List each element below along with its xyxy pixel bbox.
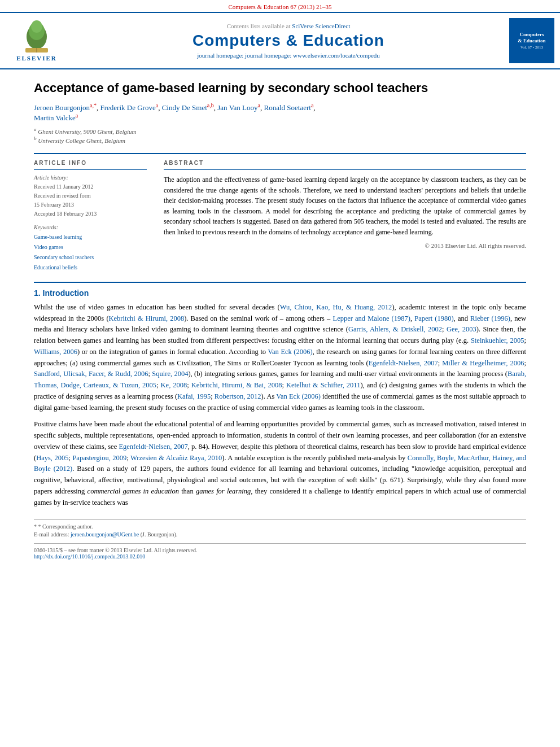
copyright-notice: © 2013 Elsevier Ltd. All rights reserved… (164, 242, 526, 249)
ref-lepper1987[interactable]: Lepper and Malone (1987) (333, 314, 410, 322)
author-desmet: Cindy De Smet (162, 103, 207, 112)
ref-robertson2012[interactable]: Robertson, 2012 (215, 392, 261, 400)
ref-vaneck2006a[interactable]: Van Eck (2006) (268, 348, 312, 356)
ref-rieber1996[interactable]: Rieber (1996) (470, 314, 510, 322)
introduction-section: 1. Introduction Whilst the use of video … (34, 289, 526, 509)
abstract-heading-divider (164, 169, 526, 170)
abstract-body: The adoption and the effectiveness of ga… (164, 174, 526, 238)
cover-image-section: Computers& Education Vol. 67 • 2013 (504, 18, 560, 63)
keywords-label: Keywords: (34, 224, 147, 230)
intro-paragraph-1: Whilst the use of video games in educati… (34, 302, 526, 414)
author-bourgonjon: Jeroen Bourgonjon (34, 103, 90, 112)
abstract-heading: ABSTRACT (164, 160, 526, 166)
ref-ketelhut2011[interactable]: Ketelhut & Schifter, 2011 (286, 381, 360, 389)
journal-header: ELSEVIER Contents lists available at Sci… (0, 12, 560, 69)
ref-wrzesien2010[interactable]: Wrzesien & Alcañiz Raya, 2010 (130, 454, 222, 462)
intro-paragraph-2: Positive claims have been made about the… (34, 419, 526, 508)
ref-kebritchi2008[interactable]: Kebritchi & Hirumi, 2008 (109, 314, 185, 322)
keyword-4: Educational beliefs (34, 263, 147, 273)
article-dates: Received 11 January 2012 Received in rev… (34, 182, 147, 219)
article-info-heading: ARTICLE INFO (34, 160, 147, 166)
affil-ab: a,b (207, 102, 214, 108)
sciverse-prefix: Contents lists available at (227, 23, 291, 29)
affil-b-text: University College Ghent, Belgium (38, 137, 125, 144)
revised-date: 15 February 2013 (34, 200, 147, 209)
issn-line: 0360-1315/$ – see front matter © 2013 El… (34, 547, 526, 553)
keyword-2: Video games (34, 242, 147, 252)
journal-cover-image: Computers& Education Vol. 67 • 2013 (509, 18, 554, 63)
corresponding-author-text: * Corresponding author. (38, 523, 93, 530)
email-suffix: (J. Bourgonjon). (141, 531, 178, 538)
journal-homepage-url: journal homepage: journal homepage: www.… (79, 52, 498, 59)
info-abstract-columns: ARTICLE INFO Article history: Received 1… (34, 160, 526, 273)
ref-garris2002[interactable]: Garris, Ahlers, & Driskell, 2002 (348, 325, 442, 333)
keywords-list: Game-based learning Video games Secondar… (34, 232, 147, 273)
ref-kebritchi2008b[interactable]: Kebritchi, Hirumi, & Bai, 2008 (191, 381, 282, 389)
star-symbol: * (34, 523, 37, 530)
author-soetaert: Ronald Soetaert (264, 103, 311, 112)
header-divider (34, 153, 526, 154)
elsevier-logo-section: ELSEVIER (0, 18, 73, 64)
article-info-column: ARTICLE INFO Article history: Received 1… (34, 160, 147, 273)
bottom-footer: 0360-1315/$ – see front matter © 2013 El… (34, 543, 526, 560)
sciverse-availability: Contents lists available at SciVerse Sci… (79, 23, 498, 29)
email-label-text: E-mail address: (34, 531, 69, 538)
article-title: Acceptance of game-based learning by sec… (34, 81, 526, 95)
ref-steinkuehler2005[interactable]: Steinkuehler, 2005 (471, 337, 524, 344)
ref-williams2006[interactable]: Williams, 2006 (34, 348, 77, 356)
ref-wu2012[interactable]: Wu, Chiou, Kao, Hu, & Huang, 2012 (280, 303, 392, 311)
cover-details: Vol. 67 • 2013 (520, 45, 543, 50)
affil-a3: a (311, 102, 313, 108)
ref-papert1980[interactable]: Papert (1980) (414, 314, 453, 322)
journal-reference-bar: Computers & Education 67 (2013) 21–35 (0, 0, 560, 12)
affil-a-star: a,* (90, 102, 97, 108)
affiliation-b: b University College Ghent, Belgium (34, 136, 526, 144)
email-footnote: E-mail address: jeroen.bourgonjon@UGent.… (34, 531, 526, 538)
author-degrove: Frederik De Grove (100, 103, 156, 112)
introduction-heading: 1. Introduction (34, 289, 526, 298)
authors-line: Jeroen Bourgonjona,*, Frederik De Grovea… (34, 102, 526, 123)
elsevier-wordmark: ELSEVIER (16, 55, 57, 62)
affil-a1: a (156, 102, 158, 108)
ref-kafai1995[interactable]: Kafai, 1995 (177, 392, 211, 400)
ref-miller2006[interactable]: Miller & Hegelheimer, 2006 (442, 359, 524, 367)
ref-gee2003[interactable]: Gee, 2003 (447, 325, 476, 333)
revised-label: Received in revised form (34, 191, 147, 200)
affil-a4: a (76, 112, 78, 119)
author-vanlooy: Jan Van Looy (217, 103, 257, 112)
author-valcke: Martin Valcke (34, 114, 76, 123)
affil-a2: a (258, 102, 260, 108)
doi-link[interactable]: http://dx.doi.org/10.1016/j.compedu.2013… (34, 553, 526, 560)
ref-egenfeldt2007b[interactable]: Egenfeldt-Nielsen, 2007 (119, 443, 187, 451)
elsevier-tree-icon (17, 20, 56, 54)
abstract-column: ABSTRACT The adoption and the effectiven… (164, 160, 526, 273)
keyword-3: Secondary school teachers (34, 252, 147, 263)
ref-squire2004[interactable]: Squire, 2004 (152, 370, 188, 378)
email-address[interactable]: jeroen.bourgonjon@UGent.be (71, 531, 139, 538)
affil-a-text: Ghent University, 9000 Ghent, Belgium (38, 128, 136, 134)
corresponding-author-note: * * Corresponding author. (34, 523, 526, 530)
homepage-url[interactable]: journal homepage: www.elsevier.com/locat… (245, 52, 380, 59)
main-content-area: Acceptance of game-based learning by sec… (0, 69, 560, 571)
ref-vaneck2006b[interactable]: Van Eck (2006) (276, 392, 321, 400)
affiliation-a: a Ghent University, 9000 Ghent, Belgium (34, 126, 526, 135)
sciverse-link[interactable]: SciVerse ScienceDirect (292, 23, 350, 29)
journal-name: Computers & Education (79, 32, 498, 50)
footnotes-area: * * Corresponding author. E-mail address… (34, 519, 526, 538)
journal-title-section: Contents lists available at SciVerse Sci… (73, 23, 504, 59)
homepage-prefix: journal homepage: (197, 52, 245, 59)
cover-journal-name: Computers& Education (518, 32, 545, 44)
ref-ke2008[interactable]: Ke, 2008 (161, 381, 187, 389)
ref-sandford2006[interactable]: Sandford, Ulicsak, Facer, & Rudd, 2006 (34, 370, 148, 378)
affiliations-block: a Ghent University, 9000 Ghent, Belgium … (34, 126, 526, 144)
ref-papastergiou2009[interactable]: Papastergiou, 2009 (72, 454, 126, 462)
ref-hays2005[interactable]: Hays, 2005 (36, 454, 68, 462)
info-heading-divider (34, 169, 147, 170)
accepted-date: Accepted 18 February 2013 (34, 209, 147, 219)
ref-egenfeldt2007a[interactable]: Egenfeldt-Nielsen, 2007 (369, 359, 438, 367)
elsevier-logo: ELSEVIER (16, 20, 57, 62)
keyword-1: Game-based learning (34, 232, 147, 242)
abstract-body-divider (34, 282, 526, 283)
svg-point-3 (31, 20, 42, 33)
received-date: Received 11 January 2012 (34, 182, 147, 191)
